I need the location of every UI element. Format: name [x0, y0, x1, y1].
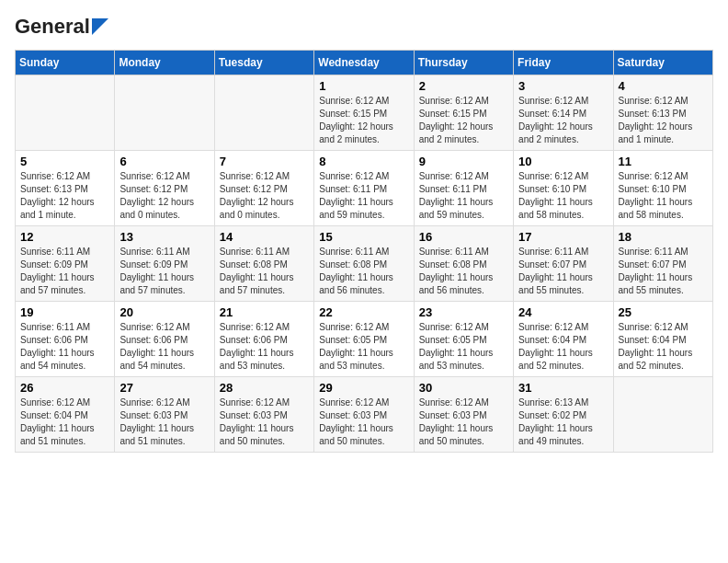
calendar-day-cell: 11Sunrise: 6:12 AMSunset: 6:10 PMDayligh… — [613, 151, 712, 226]
day-info: Sunrise: 6:11 AMSunset: 6:08 PMDaylight:… — [319, 246, 408, 297]
day-info: Sunrise: 6:11 AMSunset: 6:09 PMDaylight:… — [119, 246, 209, 297]
weekday-header-saturday: Saturday — [613, 51, 712, 75]
calendar-day-cell — [115, 75, 214, 151]
calendar-day-cell: 17Sunrise: 6:11 AMSunset: 6:07 PMDayligh… — [514, 226, 613, 302]
day-info: Sunrise: 6:11 AMSunset: 6:08 PMDaylight:… — [220, 246, 309, 297]
calendar-day-cell: 16Sunrise: 6:11 AMSunset: 6:08 PMDayligh… — [414, 226, 513, 302]
day-info: Sunrise: 6:12 AMSunset: 6:12 PMDaylight:… — [119, 170, 209, 222]
calendar-day-cell: 27Sunrise: 6:12 AMSunset: 6:03 PMDayligh… — [115, 377, 214, 453]
day-info: Sunrise: 6:12 AMSunset: 6:10 PMDaylight:… — [619, 170, 708, 222]
day-number: 30 — [419, 381, 508, 395]
day-number: 24 — [518, 305, 608, 319]
svg-marker-0 — [92, 18, 108, 35]
calendar-day-cell: 1Sunrise: 6:12 AMSunset: 6:15 PMDaylight… — [314, 75, 414, 151]
day-info: Sunrise: 6:11 AMSunset: 6:09 PMDaylight:… — [20, 246, 109, 297]
calendar-day-cell: 15Sunrise: 6:11 AMSunset: 6:08 PMDayligh… — [314, 226, 414, 302]
page-header: General — [15, 15, 713, 39]
calendar-day-cell: 29Sunrise: 6:12 AMSunset: 6:03 PMDayligh… — [314, 377, 414, 453]
day-number: 6 — [119, 155, 209, 168]
day-info: Sunrise: 6:12 AMSunset: 6:10 PMDaylight:… — [518, 170, 608, 222]
calendar-day-cell: 14Sunrise: 6:11 AMSunset: 6:08 PMDayligh… — [214, 226, 313, 302]
weekday-header-friday: Friday — [514, 51, 613, 75]
day-number: 8 — [319, 155, 408, 168]
calendar-day-cell: 25Sunrise: 6:12 AMSunset: 6:04 PMDayligh… — [613, 302, 712, 377]
weekday-header-sunday: Sunday — [16, 51, 115, 75]
calendar-day-cell: 9Sunrise: 6:12 AMSunset: 6:11 PMDaylight… — [414, 151, 513, 226]
day-info: Sunrise: 6:11 AMSunset: 6:07 PMDaylight:… — [518, 246, 608, 297]
day-info: Sunrise: 6:12 AMSunset: 6:03 PMDaylight:… — [220, 396, 309, 448]
calendar-day-cell: 19Sunrise: 6:11 AMSunset: 6:06 PMDayligh… — [16, 302, 115, 377]
day-info: Sunrise: 6:13 AMSunset: 6:02 PMDaylight:… — [518, 396, 608, 448]
day-number: 29 — [319, 381, 408, 395]
day-info: Sunrise: 6:12 AMSunset: 6:15 PMDaylight:… — [319, 95, 408, 146]
calendar-day-cell: 8Sunrise: 6:12 AMSunset: 6:11 PMDaylight… — [314, 151, 414, 226]
day-info: Sunrise: 6:12 AMSunset: 6:14 PMDaylight:… — [518, 95, 608, 146]
calendar-day-cell: 28Sunrise: 6:12 AMSunset: 6:03 PMDayligh… — [214, 377, 313, 453]
calendar-week-2: 5Sunrise: 6:12 AMSunset: 6:13 PMDaylight… — [16, 151, 713, 226]
day-number: 14 — [220, 230, 309, 244]
day-number: 7 — [220, 155, 309, 168]
day-info: Sunrise: 6:12 AMSunset: 6:05 PMDaylight:… — [319, 321, 408, 373]
calendar-week-5: 26Sunrise: 6:12 AMSunset: 6:04 PMDayligh… — [16, 377, 713, 453]
calendar-table: SundayMondayTuesdayWednesdayThursdayFrid… — [15, 50, 713, 453]
calendar-week-3: 12Sunrise: 6:11 AMSunset: 6:09 PMDayligh… — [16, 226, 713, 302]
day-number: 20 — [119, 305, 209, 319]
calendar-day-cell: 6Sunrise: 6:12 AMSunset: 6:12 PMDaylight… — [115, 151, 214, 226]
calendar-day-cell: 13Sunrise: 6:11 AMSunset: 6:09 PMDayligh… — [115, 226, 214, 302]
day-number: 2 — [419, 79, 508, 93]
day-number: 18 — [619, 230, 708, 244]
day-number: 16 — [419, 230, 508, 244]
day-info: Sunrise: 6:12 AMSunset: 6:13 PMDaylight:… — [20, 170, 109, 222]
weekday-header-monday: Monday — [115, 51, 214, 75]
day-number: 21 — [220, 305, 309, 319]
day-info: Sunrise: 6:12 AMSunset: 6:04 PMDaylight:… — [20, 396, 109, 448]
day-info: Sunrise: 6:12 AMSunset: 6:12 PMDaylight:… — [220, 170, 309, 222]
day-info: Sunrise: 6:12 AMSunset: 6:13 PMDaylight:… — [619, 95, 708, 146]
day-info: Sunrise: 6:12 AMSunset: 6:03 PMDaylight:… — [419, 396, 508, 448]
logo: General — [15, 15, 108, 39]
day-number: 10 — [518, 155, 608, 168]
day-number: 25 — [619, 305, 708, 319]
weekday-header-wednesday: Wednesday — [314, 51, 414, 75]
day-number: 11 — [619, 155, 708, 168]
calendar-day-cell: 30Sunrise: 6:12 AMSunset: 6:03 PMDayligh… — [414, 377, 513, 453]
day-info: Sunrise: 6:11 AMSunset: 6:08 PMDaylight:… — [419, 246, 508, 297]
day-info: Sunrise: 6:12 AMSunset: 6:03 PMDaylight:… — [319, 396, 408, 448]
day-number: 22 — [319, 305, 408, 319]
calendar-day-cell: 7Sunrise: 6:12 AMSunset: 6:12 PMDaylight… — [214, 151, 313, 226]
day-number: 31 — [518, 381, 608, 395]
weekday-header-row: SundayMondayTuesdayWednesdayThursdayFrid… — [16, 51, 713, 75]
weekday-header-thursday: Thursday — [414, 51, 513, 75]
logo-text-general: General — [15, 15, 90, 39]
day-info: Sunrise: 6:12 AMSunset: 6:04 PMDaylight:… — [518, 321, 608, 373]
day-number: 4 — [619, 79, 708, 93]
day-info: Sunrise: 6:12 AMSunset: 6:11 PMDaylight:… — [319, 170, 408, 222]
calendar-day-cell: 20Sunrise: 6:12 AMSunset: 6:06 PMDayligh… — [115, 302, 214, 377]
day-info: Sunrise: 6:12 AMSunset: 6:15 PMDaylight:… — [419, 95, 508, 146]
calendar-day-cell — [16, 75, 115, 151]
calendar-day-cell: 2Sunrise: 6:12 AMSunset: 6:15 PMDaylight… — [414, 75, 513, 151]
calendar-week-1: 1Sunrise: 6:12 AMSunset: 6:15 PMDaylight… — [16, 75, 713, 151]
day-number: 13 — [119, 230, 209, 244]
day-info: Sunrise: 6:11 AMSunset: 6:06 PMDaylight:… — [20, 321, 109, 373]
calendar-week-4: 19Sunrise: 6:11 AMSunset: 6:06 PMDayligh… — [16, 302, 713, 377]
day-info: Sunrise: 6:12 AMSunset: 6:04 PMDaylight:… — [619, 321, 708, 373]
logo-icon — [92, 18, 108, 35]
day-info: Sunrise: 6:12 AMSunset: 6:11 PMDaylight:… — [419, 170, 508, 222]
calendar-day-cell: 21Sunrise: 6:12 AMSunset: 6:06 PMDayligh… — [214, 302, 313, 377]
calendar-day-cell: 10Sunrise: 6:12 AMSunset: 6:10 PMDayligh… — [514, 151, 613, 226]
calendar-day-cell: 12Sunrise: 6:11 AMSunset: 6:09 PMDayligh… — [16, 226, 115, 302]
calendar-day-cell — [214, 75, 313, 151]
calendar-day-cell: 3Sunrise: 6:12 AMSunset: 6:14 PMDaylight… — [514, 75, 613, 151]
calendar-day-cell: 24Sunrise: 6:12 AMSunset: 6:04 PMDayligh… — [514, 302, 613, 377]
day-info: Sunrise: 6:11 AMSunset: 6:07 PMDaylight:… — [619, 246, 708, 297]
calendar-day-cell: 26Sunrise: 6:12 AMSunset: 6:04 PMDayligh… — [16, 377, 115, 453]
day-number: 15 — [319, 230, 408, 244]
weekday-header-tuesday: Tuesday — [214, 51, 313, 75]
day-number: 23 — [419, 305, 508, 319]
day-number: 3 — [518, 79, 608, 93]
day-info: Sunrise: 6:12 AMSunset: 6:06 PMDaylight:… — [220, 321, 309, 373]
day-number: 12 — [20, 230, 109, 244]
day-number: 26 — [20, 381, 109, 395]
calendar-day-cell: 22Sunrise: 6:12 AMSunset: 6:05 PMDayligh… — [314, 302, 414, 377]
